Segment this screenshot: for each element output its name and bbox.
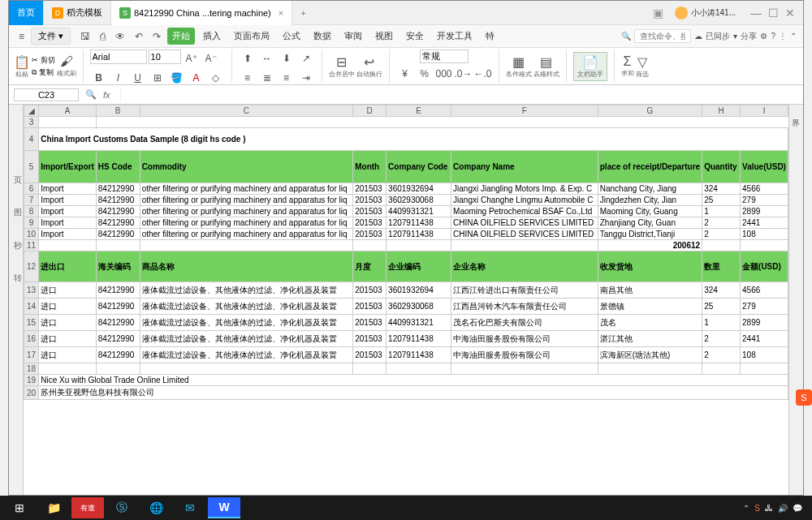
cell[interactable]: 84212990 [96, 217, 140, 229]
cell[interactable]: 中海油田服务股份有限公司 [451, 347, 598, 363]
cell[interactable]: 企业名称 [451, 251, 598, 282]
orientation-icon[interactable]: ↗ [297, 49, 315, 67]
cell[interactable]: 201503 [353, 206, 387, 217]
cell[interactable]: 324 [702, 183, 741, 195]
row-header[interactable]: 6 [24, 183, 39, 195]
cell[interactable]: other filtering or purifying machinery a… [140, 183, 353, 195]
table-row[interactable]: 15进口84212990液体截流过滤设备、其他液体的过滤、净化机器及装置2015… [24, 315, 788, 331]
col-header[interactable]: E [387, 105, 451, 117]
menu-view[interactable]: 视图 [370, 28, 398, 45]
settings-icon[interactable]: ⚙ [760, 32, 767, 41]
name-box[interactable] [14, 88, 79, 101]
row-header[interactable]: 9 [24, 217, 39, 229]
home-tab[interactable]: 首页 [9, 1, 44, 25]
close-tab-icon[interactable]: × [279, 8, 283, 18]
cell[interactable]: Nice Xu with Global Trade Online Limited [39, 375, 788, 386]
cell[interactable]: Jiangxi Changhe Lingmu Automobile C [451, 195, 598, 206]
cell[interactable]: 液体截流过滤设备、其他液体的过滤、净化机器及装置 [140, 331, 353, 347]
bold-button[interactable]: B [90, 69, 108, 87]
table-style-button[interactable]: ▤表格样式 [533, 54, 559, 79]
table-row[interactable]: 12进出口海关编码商品名称月度企业编码企业名称收发货地数里金额(USD) [24, 251, 788, 282]
cell[interactable]: Nanchang City, Jiang [598, 183, 702, 195]
col-header[interactable]: G [598, 105, 702, 117]
tray-audio-icon[interactable]: 🔊 [778, 504, 788, 513]
fx-label[interactable]: fx [103, 90, 110, 100]
cell[interactable]: 3602930068 [387, 299, 451, 315]
menu-start[interactable]: 开始 [167, 28, 195, 45]
row-header[interactable]: 17 [24, 347, 39, 363]
cell[interactable]: 84212990 [96, 315, 140, 331]
template-tab[interactable]: D 稻壳模板 [44, 1, 111, 25]
cell[interactable]: 2441 [741, 331, 788, 347]
cell[interactable]: 279 [741, 195, 788, 206]
indent-icon[interactable]: ⇥ [297, 69, 315, 87]
paste-button[interactable]: 📋粘贴 [14, 54, 30, 79]
column-headers[interactable]: ◢ A B C D E F G H I [24, 105, 788, 117]
table-row[interactable]: 4China Import Customs Data Sample (8 dig… [24, 128, 788, 151]
cell[interactable]: 茂名 [598, 315, 702, 331]
cell[interactable]: 201503 [353, 183, 387, 195]
cell[interactable]: 108 [741, 347, 788, 363]
align-right-icon[interactable]: ≡ [278, 69, 296, 87]
cell[interactable]: 84212990 [96, 299, 140, 315]
cell[interactable]: 84212990 [96, 206, 140, 217]
user-account[interactable]: 小小涛141... [668, 6, 742, 19]
row-header[interactable]: 14 [24, 299, 39, 315]
menu-data[interactable]: 数据 [309, 28, 336, 45]
menu-special[interactable]: 特 [481, 28, 499, 45]
app-menu-icon[interactable]: ≡ [15, 29, 28, 44]
cell[interactable]: Maoming Petrochemical BSAF Co.,Ltd [451, 206, 598, 217]
cell[interactable] [353, 363, 387, 375]
cell[interactable]: Import [39, 229, 97, 240]
cell[interactable]: Company Name [451, 151, 598, 183]
collapse-ribbon-icon[interactable]: ⌃ [790, 32, 797, 41]
row-header[interactable]: 4 [24, 128, 39, 151]
cell[interactable]: China Import Customs Data Sample (8 digi… [39, 128, 788, 151]
cell[interactable]: 1207911438 [387, 347, 451, 363]
help-icon[interactable]: ? [771, 32, 775, 41]
select-all-corner[interactable]: ◢ [24, 105, 39, 117]
cell[interactable] [387, 240, 451, 251]
merge-button[interactable]: ⊟合并居中 [329, 54, 355, 79]
cell[interactable]: 茂名石化巴斯夫有限公司 [451, 315, 598, 331]
cell[interactable]: 进口 [39, 347, 97, 363]
align-bottom-icon[interactable]: ⬇ [278, 49, 296, 67]
right-panel[interactable]: 界 [788, 105, 803, 495]
fill-color-button[interactable]: 🪣 [168, 69, 186, 87]
row-header[interactable]: 20 [24, 386, 39, 400]
cell[interactable]: 滨海新区(塘沽其他) [598, 347, 702, 363]
col-header[interactable]: C [140, 105, 353, 117]
row-header[interactable]: 13 [24, 282, 39, 299]
cell[interactable]: 中海油田服务股份有限公司 [451, 331, 598, 347]
align-left-icon[interactable]: ≡ [239, 69, 257, 87]
document-tab[interactable]: S 84212990 China ...tering machine) × [111, 1, 292, 25]
skype-icon[interactable]: Ⓢ [106, 497, 138, 518]
tray-network-icon[interactable]: 🖧 [765, 504, 773, 513]
cell[interactable]: place of receipt/Departure [598, 151, 702, 183]
cell[interactable]: 2 [702, 331, 741, 347]
currency-icon[interactable]: ¥ [396, 65, 414, 83]
cell[interactable]: 1207911438 [387, 229, 451, 240]
cell[interactable]: 108 [741, 229, 788, 240]
cell[interactable]: 液体截流过滤设备、其他液体的过滤、净化机器及装置 [140, 315, 353, 331]
cell[interactable]: 液体截流过滤设备、其他液体的过滤、净化机器及装置 [140, 282, 353, 299]
cell[interactable]: 279 [741, 299, 788, 315]
close-button[interactable]: ✕ [785, 6, 795, 19]
col-header[interactable]: F [451, 105, 598, 117]
menu-formula[interactable]: 公式 [278, 28, 305, 45]
row-header[interactable]: 7 [24, 195, 39, 206]
magnify-icon[interactable]: 🔍 [85, 89, 97, 100]
font-color-button[interactable]: A [188, 69, 205, 87]
table-row[interactable]: 5Import/ExportHS CodeCommodityMonthCompa… [24, 151, 788, 183]
cell[interactable]: Maoming City, Guang [598, 206, 702, 217]
table-row[interactable]: 17进口84212990液体截流过滤设备、其他液体的过滤、净化机器及装置2015… [24, 347, 788, 363]
font-decrease-icon[interactable]: A⁻ [202, 49, 220, 67]
cell[interactable]: 84212990 [96, 195, 140, 206]
table-row[interactable]: 3 [24, 117, 788, 128]
cell[interactable]: 201503 [353, 347, 387, 363]
percent-icon[interactable]: % [416, 65, 434, 83]
cell[interactable]: 201503 [353, 217, 387, 229]
cell[interactable] [140, 363, 353, 375]
new-tab-button[interactable]: + [292, 4, 313, 22]
cell[interactable] [387, 363, 451, 375]
